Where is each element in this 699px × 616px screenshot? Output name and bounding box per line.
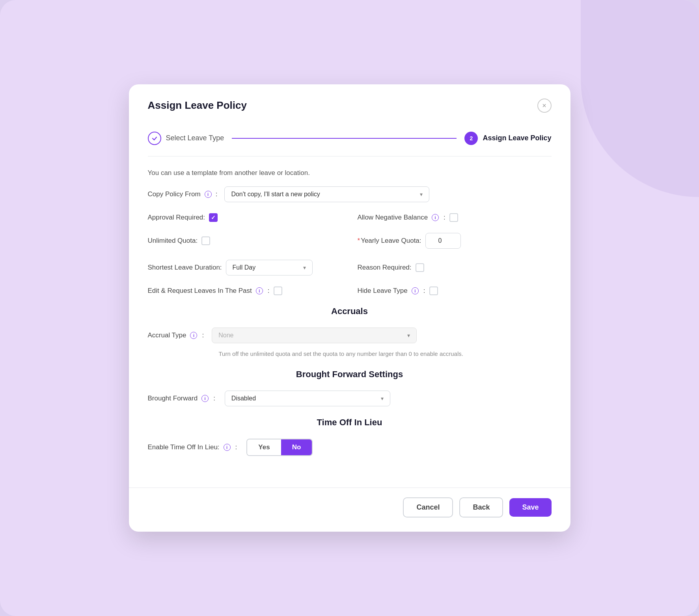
modal-title: Assign Leave Policy (148, 99, 247, 112)
hide-leave-type-label: Hide Leave Type (358, 287, 408, 295)
copy-policy-field: Copy Policy From i : Don't copy, I'll st… (148, 186, 552, 202)
edit-request-info-icon[interactable]: i (256, 287, 263, 294)
brought-forward-chevron-icon: ▾ (381, 395, 384, 402)
duration-chevron-icon: ▾ (303, 264, 306, 271)
time-off-section-title: Time Off In Lieu (148, 417, 552, 428)
steps-bar: Select Leave Type 2 Assign Leave Policy (129, 124, 570, 156)
brought-forward-info-icon[interactable]: i (201, 395, 209, 402)
step-1-circle (148, 132, 161, 145)
time-off-label: Enable Time Off In Lieu: (148, 443, 220, 451)
check-icon (151, 135, 158, 141)
step-1-label: Select Leave Type (166, 134, 224, 142)
template-hint: You can use a template from another leav… (148, 169, 552, 177)
unlimited-quota-checkbox[interactable] (201, 236, 210, 245)
modal-footer: Cancel Back Save (129, 488, 570, 532)
time-off-row: Enable Time Off In Lieu: i : Yes No (148, 439, 552, 456)
modal-backdrop: Assign Leave Policy × Select Leave Type … (0, 0, 699, 616)
accrual-type-field: Accrual Type i : None ▾ (148, 328, 417, 343)
edit-request-past-field: Edit & Request Leaves In The Past i : (148, 287, 342, 295)
shortest-duration-select[interactable]: Full Day ▾ (226, 260, 313, 275)
edit-request-past-checkbox[interactable] (274, 287, 282, 295)
copy-policy-colon: : (216, 190, 218, 198)
row-edit-hide: Edit & Request Leaves In The Past i : Hi… (148, 287, 552, 295)
accrual-type-select[interactable]: None ▾ (212, 328, 417, 343)
accrual-type-info-icon[interactable]: i (190, 332, 197, 339)
time-off-info-icon[interactable]: i (224, 444, 231, 451)
brought-forward-field: Brought Forward i : Disabled ▾ (148, 391, 552, 406)
brought-forward-row: Brought Forward i : Disabled ▾ (148, 391, 552, 406)
colon4: : (202, 331, 204, 339)
unlimited-quota-field: Unlimited Quota: (148, 236, 342, 245)
modal-body: You can use a template from another leav… (129, 156, 570, 480)
allow-negative-info-icon[interactable]: i (432, 214, 439, 221)
reason-required-field: Reason Required: (358, 263, 552, 272)
modal-container: Assign Leave Policy × Select Leave Type … (129, 84, 570, 532)
accrual-hint: Turn off the unlimited quota and set the… (219, 350, 463, 359)
unlimited-quota-label: Unlimited Quota: (148, 237, 198, 245)
copy-policy-info-icon[interactable]: i (205, 191, 212, 198)
approval-required-checkbox[interactable] (209, 213, 218, 222)
yearly-quota-field: *Yearly Leave Quota: (358, 233, 552, 249)
brought-forward-label: Brought Forward (148, 395, 198, 402)
colon6: : (235, 443, 237, 451)
step-2: 2 Assign Leave Policy (464, 132, 551, 145)
step-2-circle: 2 (464, 132, 478, 145)
close-button[interactable]: × (537, 99, 552, 113)
row-duration-reason: Shortest Leave Duration: Full Day ▾ Reas… (148, 260, 552, 275)
row-approval-negative: Approval Required: Allow Negative Balanc… (148, 213, 552, 222)
colon1: : (444, 214, 445, 221)
step-2-label: Assign Leave Policy (483, 134, 551, 142)
edit-request-past-label: Edit & Request Leaves In The Past (148, 287, 252, 295)
accrual-type-label: Accrual Type (148, 331, 186, 339)
hide-leave-type-field: Hide Leave Type i : (358, 287, 552, 295)
modal-header: Assign Leave Policy × (129, 84, 570, 124)
back-button[interactable]: Back (459, 497, 503, 517)
brought-forward-section-title: Brought Forward Settings (148, 369, 552, 380)
time-off-field: Enable Time Off In Lieu: i : Yes No (148, 439, 552, 456)
allow-negative-checkbox[interactable] (449, 213, 458, 222)
save-button[interactable]: Save (509, 498, 551, 517)
time-off-toggle-group: Yes No (246, 439, 313, 456)
accrual-type-row: Accrual Type i : None ▾ Turn off the unl… (148, 328, 552, 359)
colon5: : (213, 395, 215, 402)
copy-policy-select[interactable]: Don't copy, I'll start a new policy ▾ (224, 186, 429, 202)
shortest-duration-field: Shortest Leave Duration: Full Day ▾ (148, 260, 342, 275)
reason-required-label: Reason Required: (358, 264, 412, 272)
colon3: : (423, 287, 425, 295)
accruals-section-title: Accruals (148, 306, 552, 316)
cancel-button[interactable]: Cancel (403, 497, 453, 517)
copy-policy-row: Copy Policy From i : Don't copy, I'll st… (148, 186, 552, 202)
time-off-yes-button[interactable]: Yes (247, 439, 281, 455)
step-line (232, 138, 457, 139)
step-1: Select Leave Type (148, 132, 224, 145)
copy-policy-label: Copy Policy From (148, 190, 201, 198)
allow-negative-balance-field: Allow Negative Balance i : (358, 213, 552, 222)
copy-policy-chevron-icon: ▾ (420, 191, 423, 197)
row-quota: Unlimited Quota: *Yearly Leave Quota: (148, 233, 552, 249)
approval-required-field: Approval Required: (148, 213, 342, 222)
reason-required-checkbox[interactable] (416, 263, 424, 272)
hide-leave-info-icon[interactable]: i (412, 287, 419, 294)
colon2: : (268, 287, 270, 295)
approval-required-label: Approval Required: (148, 214, 205, 221)
accrual-chevron-icon: ▾ (407, 332, 410, 339)
brought-forward-select[interactable]: Disabled ▾ (225, 391, 390, 406)
hide-leave-type-checkbox[interactable] (429, 287, 438, 295)
shortest-duration-label: Shortest Leave Duration: (148, 264, 222, 272)
allow-negative-label: Allow Negative Balance (358, 214, 428, 221)
yearly-quota-input[interactable] (425, 233, 461, 249)
time-off-no-button[interactable]: No (281, 439, 312, 455)
yearly-quota-label: *Yearly Leave Quota: (358, 237, 421, 245)
